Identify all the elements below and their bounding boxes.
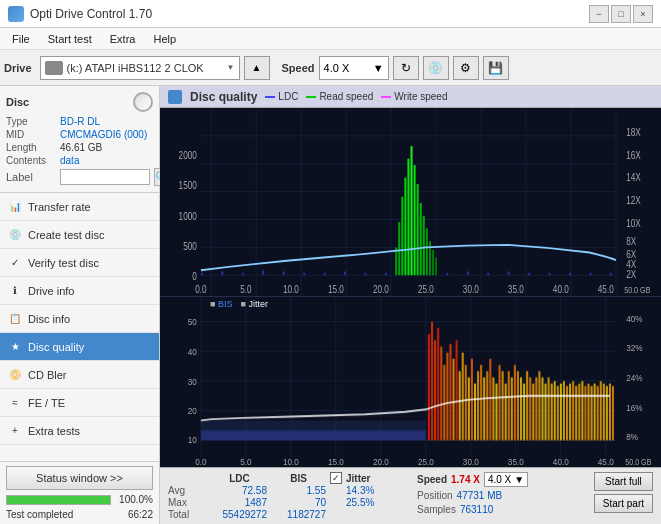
drive-info-label: Drive info [28,285,74,297]
save-button[interactable]: 💾 [483,56,509,80]
svg-text:16X: 16X [626,150,641,161]
svg-text:15.0: 15.0 [328,284,344,295]
label-input[interactable] [60,169,150,185]
menu-start-test[interactable]: Start test [40,31,100,47]
svg-rect-150 [541,377,543,440]
minimize-button[interactable]: − [589,5,609,23]
verify-label: Verify test disc [28,257,99,269]
svg-rect-152 [548,377,550,440]
bis-header: BIS [271,473,326,484]
sidebar-item-extra-tests[interactable]: + Extra tests [0,417,159,445]
svg-rect-43 [398,222,400,275]
speed-arrow: ▼ [373,62,384,74]
legend-write-speed: Write speed [381,91,447,102]
sidebar-item-transfer-rate[interactable]: 📊 Transfer rate [0,193,159,221]
label-key: Label [6,171,56,183]
menu-file[interactable]: File [4,31,38,47]
start-full-button[interactable]: Start full [594,472,653,491]
max-ldc: 1487 [212,497,267,508]
disc-info-label: Disc info [28,313,70,325]
top-chart: 0 500 1000 1500 2000 18X 16X 14X 12X 10X… [160,108,661,296]
speed-selector[interactable]: 4.0 X ▼ [319,56,389,80]
disc-contents-row: Contents data [6,155,153,166]
speed-label: Speed [282,62,315,74]
sidebar-item-fe-te[interactable]: ≈ FE / TE [0,389,159,417]
close-button[interactable]: × [633,5,653,23]
svg-text:10: 10 [188,434,197,445]
legend-read-speed: Read speed [306,91,373,102]
svg-rect-123 [459,371,461,440]
refresh-button[interactable]: ↻ [393,56,419,80]
svg-rect-141 [514,364,516,439]
svg-rect-140 [511,377,513,440]
disc-icon [133,92,153,112]
svg-text:5.0: 5.0 [240,456,251,467]
disc-quality-icon: ★ [8,340,22,354]
speed-dropdown[interactable]: 4.0 X ▼ [484,472,528,487]
svg-rect-45 [404,178,406,276]
max-bis: 70 [271,497,326,508]
svg-rect-64 [364,273,366,276]
disc-button[interactable]: 💿 [423,56,449,80]
eject-button[interactable]: ▲ [244,56,270,80]
svg-rect-74 [610,273,612,276]
start-part-button[interactable]: Start part [594,494,653,513]
sidebar-item-create-test-disc[interactable]: 💿 Create test disc [0,221,159,249]
svg-rect-133 [489,358,491,440]
svg-text:40: 40 [188,346,197,357]
svg-text:8X: 8X [626,236,636,247]
svg-text:0: 0 [192,272,197,283]
progress-bar-inner [7,496,110,504]
svg-rect-138 [505,383,507,440]
start-buttons: Start full Start part [594,472,653,520]
speed-col-label: Speed [417,474,447,485]
status-window-button[interactable]: Status window >> [6,466,153,490]
drive-icon [45,61,63,75]
svg-rect-170 [603,383,605,440]
svg-rect-62 [324,273,326,276]
create-disc-label: Create test disc [28,229,104,241]
svg-rect-60 [283,271,285,275]
svg-text:20.0: 20.0 [373,284,389,295]
jitter-checkbox[interactable]: ✓ [330,472,342,484]
svg-rect-142 [517,371,519,440]
avg-label: Avg [168,485,208,496]
svg-rect-117 [440,346,442,440]
sidebar-item-verify-test-disc[interactable]: ✓ Verify test disc [0,249,159,277]
svg-rect-49 [417,184,419,275]
svg-text:0.0: 0.0 [195,284,206,295]
svg-text:2000: 2000 [179,150,197,161]
svg-text:45.0: 45.0 [598,284,614,295]
sidebar-item-cd-bler[interactable]: 📀 CD Bler [0,361,159,389]
drive-selector[interactable]: (k:) ATAPI iHBS112 2 CLOK ▼ [40,56,240,80]
sidebar-item-disc-info[interactable]: 📋 Disc info [0,305,159,333]
maximize-button[interactable]: □ [611,5,631,23]
menu-help[interactable]: Help [145,31,184,47]
speed-dropdown-val: 4.0 X [488,474,511,485]
svg-rect-47 [411,146,413,275]
svg-rect-51 [423,216,425,276]
svg-rect-69 [508,271,510,275]
disc-length-row: Length 46.61 GB [6,142,153,153]
settings-button[interactable]: ⚙ [453,56,479,80]
svg-text:10X: 10X [626,218,641,229]
svg-rect-113 [428,334,430,440]
svg-rect-174 [201,430,426,440]
samples-value: 763110 [460,504,493,515]
svg-text:1500: 1500 [179,180,197,191]
svg-rect-168 [597,385,599,439]
sidebar-item-drive-info[interactable]: ℹ Drive info [0,277,159,305]
svg-rect-166 [590,385,592,439]
stats-area: LDC BIS ✓ Jitter Avg 72.58 1.55 14.3% Ma… [160,467,661,524]
svg-text:14X: 14X [626,173,641,184]
bottom-chart-svg: 10 20 30 40 50 40% 32% 24% 16% 8% 0.0 5.… [160,297,661,467]
jitter-header: Jitter [346,473,401,484]
svg-text:32%: 32% [626,342,642,353]
progress-pct: 100.0% [115,494,153,505]
svg-rect-169 [600,381,602,440]
svg-rect-159 [569,383,571,440]
svg-rect-143 [520,377,522,440]
menu-extra[interactable]: Extra [102,31,144,47]
sidebar-item-disc-quality[interactable]: ★ Disc quality [0,333,159,361]
extra-tests-label: Extra tests [28,425,80,437]
